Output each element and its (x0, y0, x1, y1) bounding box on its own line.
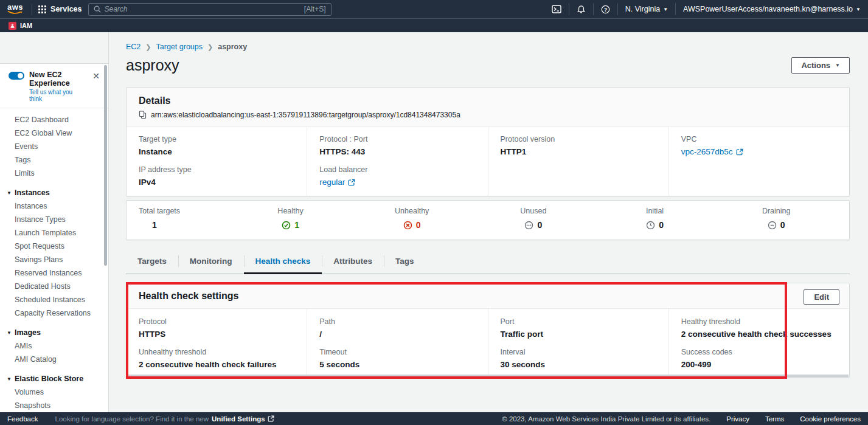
terms-link[interactable]: Terms (765, 415, 784, 423)
help-icon[interactable]: ? (601, 5, 610, 14)
stat-value: 0 (537, 220, 542, 230)
actions-button[interactable]: Actions ▼ (791, 57, 850, 74)
breadcrumb-target-groups[interactable]: Target groups (156, 43, 203, 51)
unified-settings-label: Unified Settings (212, 415, 265, 423)
sidebar-item-ec2-global-view[interactable]: EC2 Global View (0, 126, 108, 140)
services-menu[interactable]: Services (38, 5, 82, 13)
sidebar-item-capacity-reservations[interactable]: Capacity Reservations (0, 306, 108, 320)
sidebar-item-ec2-dashboard[interactable]: EC2 Dashboard (0, 113, 108, 126)
sidebar-scrollbar[interactable] (104, 65, 107, 266)
stat-value: 0 (659, 220, 664, 230)
sidebar-item-launch-templates[interactable]: Launch Templates (0, 226, 108, 240)
sidebar-item-tags[interactable]: Tags (0, 153, 108, 167)
new-experience-feedback-link[interactable]: Tell us what you think (29, 89, 86, 102)
field-label: Timeout (319, 348, 475, 357)
divider (617, 3, 618, 15)
stat-initial: Initial 0 (594, 207, 716, 232)
copy-icon[interactable] (139, 111, 147, 119)
vpc-value: vpc-2657db5c (681, 147, 733, 157)
horizontal-scrollbar[interactable] (127, 375, 849, 377)
favorite-iam[interactable]: IAM (9, 22, 32, 30)
stat-label: Initial (594, 207, 716, 215)
sidebar-section-images[interactable]: ▼Images (0, 326, 108, 339)
breadcrumb-separator-icon: ❯ (207, 43, 213, 51)
cookie-preferences-link[interactable]: Cookie preferences (800, 415, 861, 423)
divider (593, 3, 594, 15)
sidebar-item-scheduled-instances[interactable]: Scheduled Instances (0, 293, 108, 306)
vpc-link[interactable]: vpc-2657db5c (681, 147, 837, 157)
unused-ellipsis-circle-icon (524, 221, 533, 230)
stat-total-targets: Total targets 1 (139, 207, 230, 232)
svg-text:?: ? (604, 6, 607, 12)
stat-draining: Draining 0 (715, 207, 837, 232)
health-check-column: Healthy threshold2 consecutive health ch… (668, 309, 849, 377)
sidebar-item-ami-catalog[interactable]: AMI Catalog (0, 353, 108, 366)
sidebar-item-limits[interactable]: Limits (0, 167, 108, 180)
hc-unhealthy-threshold-value: 2 consecutive health check failures (139, 360, 294, 370)
sidebar-item-volumes[interactable]: Volumes (0, 385, 108, 399)
stat-value: 1 (294, 220, 299, 230)
targets-summary-panel: Total targets 1 Healthy 1 Unhealthy 0 Un… (126, 200, 850, 240)
health-check-column: PortTraffic port Interval30 seconds (488, 309, 668, 377)
sidebar-item-savings-plans[interactable]: Savings Plans (0, 253, 108, 266)
tab-targets[interactable]: Targets (126, 250, 178, 274)
search-input[interactable] (105, 5, 300, 13)
tab-health-checks[interactable]: Health checks (244, 250, 322, 274)
region-label: N. Virginia (625, 5, 660, 13)
sidebar-item-spot-requests[interactable]: Spot Requests (0, 240, 108, 253)
sidebar-section-instances[interactable]: ▼Instances (0, 186, 108, 199)
field-label: Target type (139, 135, 294, 144)
divider (569, 3, 569, 15)
notifications-bell-icon[interactable] (577, 5, 586, 14)
tab-monitoring[interactable]: Monitoring (178, 250, 244, 274)
account-menu[interactable]: AWSPowerUserAccess/navaneeth.kn@harness.… (683, 5, 861, 13)
region-selector[interactable]: N. Virginia ▼ (625, 5, 668, 13)
aws-logo-text: aws (7, 4, 23, 10)
hc-interval-value: 30 seconds (501, 360, 656, 370)
health-check-settings-panel: Health check settings Edit ProtocolHTTPS… (126, 283, 850, 378)
section-label: Images (15, 328, 41, 337)
services-grid-icon (38, 5, 46, 13)
sidebar-item-instance-types[interactable]: Instance Types (0, 213, 108, 226)
field-label: Unhealthy threshold (139, 348, 294, 357)
aws-logo[interactable]: aws (7, 4, 23, 15)
details-column: Protocol versionHTTP1 (488, 127, 668, 196)
cloudshell-icon[interactable] (552, 5, 561, 13)
feedback-link[interactable]: Feedback (7, 415, 38, 423)
hc-path-value: / (319, 330, 475, 339)
sidebar: New EC2 Experience Tell us what you thin… (0, 32, 109, 412)
global-search[interactable]: [Alt+S] (88, 3, 332, 16)
load-balancer-link[interactable]: regular (319, 178, 475, 187)
privacy-link[interactable]: Privacy (726, 415, 749, 423)
protocol-version-value: HTTP1 (501, 147, 656, 157)
tab-attributes[interactable]: Attributes (322, 250, 384, 274)
health-check-column: Path/ Timeout5 seconds (307, 309, 487, 377)
details-title: Details (139, 95, 837, 106)
external-link-icon (268, 415, 274, 422)
hc-port-value: Traffic port (501, 330, 656, 339)
field-label: IP address type (139, 165, 294, 174)
stat-value: 0 (780, 220, 785, 230)
new-experience-toggle[interactable] (9, 72, 24, 80)
aws-smile-icon (7, 10, 23, 15)
chevron-down-icon: ▼ (856, 7, 861, 12)
close-icon[interactable]: ✕ (91, 71, 101, 81)
details-panel: Details arn:aws:elasticloadbalancing:us-… (126, 87, 850, 196)
edit-button[interactable]: Edit (804, 289, 839, 305)
healthy-check-circle-icon (282, 221, 291, 230)
sidebar-item-events[interactable]: Events (0, 140, 108, 153)
tab-tags[interactable]: Tags (384, 250, 426, 274)
sidebar-item-amis[interactable]: AMIs (0, 339, 108, 353)
sidebar-item-snapshots[interactable]: Snapshots (0, 399, 108, 412)
edit-label: Edit (814, 292, 829, 302)
stat-label: Draining (715, 207, 837, 215)
stat-unhealthy: Unhealthy 0 (351, 207, 473, 232)
language-hint: Looking for language selection? Find it … (55, 415, 209, 423)
sidebar-item-instances[interactable]: Instances (0, 199, 108, 213)
breadcrumb-ec2[interactable]: EC2 (126, 43, 141, 51)
health-check-column: ProtocolHTTPS Unhealthy threshold2 conse… (127, 309, 307, 377)
unified-settings-link[interactable]: Unified Settings (212, 415, 274, 423)
sidebar-item-dedicated-hosts[interactable]: Dedicated Hosts (0, 280, 108, 293)
sidebar-section-elastic-block-store[interactable]: ▼Elastic Block Store (0, 372, 108, 385)
sidebar-item-reserved-instances[interactable]: Reserved Instances (0, 266, 108, 280)
